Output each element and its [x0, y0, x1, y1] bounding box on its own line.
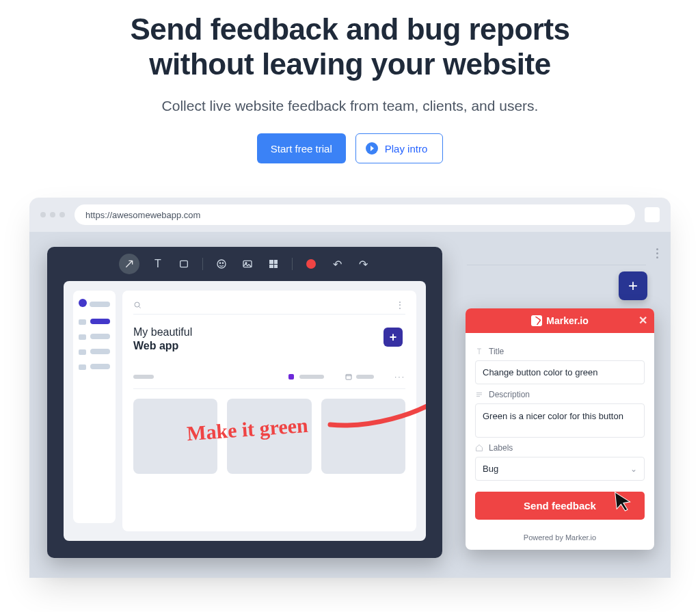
- add-button[interactable]: +: [383, 328, 403, 347]
- placeholder-card: [227, 399, 311, 474]
- play-icon: [366, 142, 378, 155]
- svg-rect-7: [346, 375, 351, 380]
- play-intro-button[interactable]: Play intro: [355, 133, 444, 163]
- browser-mockup: https://awesomewebapp.com T: [29, 198, 671, 578]
- more-icon[interactable]: ⋮: [396, 300, 405, 310]
- brand-logo-icon: [531, 315, 542, 326]
- close-icon[interactable]: ✕: [638, 314, 647, 327]
- url-bar[interactable]: https://awesomewebapp.com: [75, 204, 635, 225]
- color-picker-icon[interactable]: [304, 256, 319, 271]
- rectangle-tool-icon[interactable]: [176, 256, 191, 271]
- kebab-menu-icon[interactable]: [656, 248, 658, 258]
- text-icon: [475, 347, 483, 356]
- app-sidebar: [73, 291, 116, 523]
- svg-rect-0: [180, 261, 188, 267]
- tag-icon: [475, 444, 483, 452]
- arrow-tool-icon[interactable]: [119, 254, 139, 274]
- svg-point-6: [135, 302, 139, 307]
- cursor-icon: [613, 491, 632, 511]
- tab-item[interactable]: [133, 375, 154, 379]
- divider: [467, 265, 646, 265]
- description-input[interactable]: Green is a nicer color for this button: [475, 403, 645, 438]
- placeholder-card: [133, 399, 217, 474]
- svg-point-1: [217, 260, 226, 268]
- page-subtitle: Collect live website feedback from team,…: [0, 98, 700, 114]
- lines-icon: [475, 390, 483, 399]
- svg-point-3: [222, 263, 223, 263]
- chevron-down-icon: ⌄: [630, 464, 637, 474]
- annotation-toolbar: T ↶ ↷: [47, 247, 442, 281]
- annotation-editor: T ↶ ↷: [47, 247, 442, 558]
- image-tool-icon[interactable]: [240, 256, 255, 271]
- open-feedback-button[interactable]: +: [619, 271, 647, 300]
- tab-item[interactable]: [299, 375, 324, 379]
- title-input[interactable]: [475, 360, 645, 384]
- tab-item[interactable]: [345, 373, 374, 381]
- tab-more-icon[interactable]: ···: [394, 372, 405, 382]
- emoji-tool-icon[interactable]: [214, 256, 229, 271]
- page-title: Send feedback and bug reports without le…: [0, 12, 700, 81]
- powered-by-text: Powered by Marker.io: [466, 527, 654, 550]
- placeholder-card: [321, 399, 405, 474]
- window-controls: [40, 212, 65, 217]
- labels-select[interactable]: Bug ⌄: [475, 457, 645, 481]
- redo-icon[interactable]: ↷: [355, 256, 371, 271]
- app-heading: My beautiful Web app: [133, 325, 405, 353]
- app-main: ⋮ My beautiful Web app +: [122, 291, 416, 531]
- feedback-widget: Marker.io ✕ Title Description Green is a…: [466, 308, 654, 550]
- labels-label: Labels: [475, 443, 645, 453]
- svg-point-2: [219, 263, 220, 263]
- description-label: Description: [475, 390, 645, 399]
- undo-icon[interactable]: ↶: [329, 256, 345, 271]
- start-trial-button[interactable]: Start free trial: [257, 133, 346, 163]
- tab-indicator: [288, 374, 294, 380]
- browser-extension-icon[interactable]: [645, 207, 660, 222]
- screenshot-viewport: ⋮ My beautiful Web app +: [64, 281, 426, 541]
- blur-tool-icon[interactable]: [266, 256, 281, 271]
- widget-header: Marker.io ✕: [466, 308, 654, 333]
- title-label: Title: [475, 347, 645, 356]
- text-tool-icon[interactable]: T: [150, 256, 165, 271]
- search-icon: [133, 301, 142, 309]
